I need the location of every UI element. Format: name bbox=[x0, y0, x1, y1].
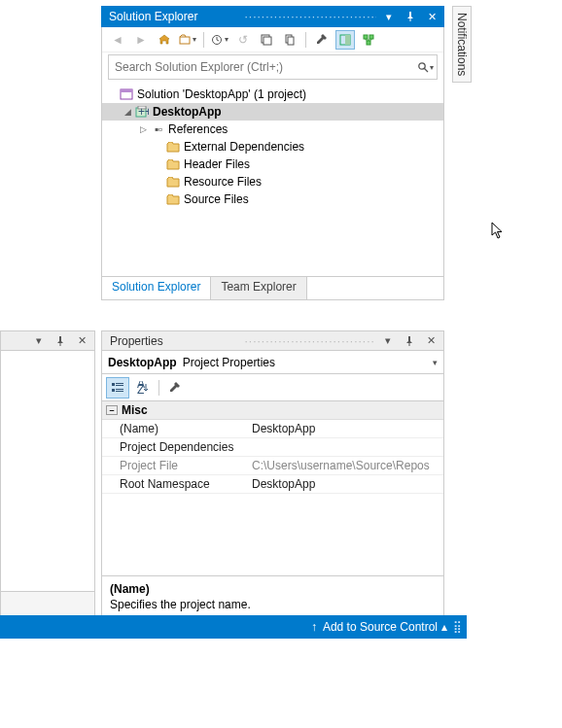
references-label: References bbox=[168, 122, 228, 136]
property-description-name: (Name) bbox=[110, 582, 436, 596]
ext-deps-label: External Dependencies bbox=[184, 140, 304, 154]
prop-file-label: Project File bbox=[102, 459, 248, 472]
window-position-icon[interactable]: ▾ bbox=[380, 8, 398, 25]
solution-explorer-title: Solution Explorer bbox=[109, 10, 241, 23]
folder-icon bbox=[166, 194, 182, 205]
separator bbox=[203, 32, 204, 48]
references-icon: ▪▫ bbox=[151, 122, 166, 136]
sync-icon: ↺ bbox=[233, 30, 253, 50]
home-icon[interactable] bbox=[155, 30, 174, 50]
property-description-text: Specifies the project name. bbox=[110, 598, 436, 611]
resize-grip-icon[interactable]: ⣿ bbox=[453, 620, 461, 634]
solution-explorer-panel: ◄ ► ↺ ▾ Solution 'DesktopApp' (1 project… bbox=[101, 27, 444, 300]
close-icon[interactable]: ✕ bbox=[422, 332, 439, 350]
prop-name-label: (Name) bbox=[102, 422, 248, 435]
search-icon[interactable]: ▾ bbox=[413, 61, 437, 73]
svg-rect-23 bbox=[116, 391, 123, 392]
pin-icon[interactable] bbox=[52, 332, 69, 350]
close-icon[interactable]: ✕ bbox=[423, 8, 440, 25]
svg-point-11 bbox=[418, 63, 424, 69]
properties-toolbar: AZ bbox=[102, 374, 443, 401]
properties-titlebar[interactable]: Properties ·····························… bbox=[101, 330, 444, 351]
collapse-icon[interactable]: – bbox=[106, 405, 118, 415]
svg-rect-9 bbox=[369, 35, 373, 39]
forward-icon: ► bbox=[131, 30, 151, 50]
separator bbox=[305, 32, 306, 48]
titlebar-grip: ········································… bbox=[245, 10, 377, 23]
property-pages-icon[interactable] bbox=[163, 377, 187, 399]
svg-rect-5 bbox=[288, 37, 294, 45]
svg-rect-7 bbox=[345, 35, 350, 45]
notifications-tab[interactable]: Notifications bbox=[452, 6, 472, 83]
prop-file-value: C:\Users\username\Source\Repos bbox=[248, 459, 443, 472]
status-bar: ↑ Add to Source Control ▴ ⣿ bbox=[0, 615, 467, 639]
window-position-icon[interactable]: ▾ bbox=[30, 332, 48, 350]
search-input[interactable] bbox=[109, 56, 413, 78]
preview-selected-icon[interactable] bbox=[335, 30, 355, 50]
view-class-diagram-icon[interactable] bbox=[359, 30, 378, 50]
stub-body bbox=[0, 351, 95, 592]
source-files-label: Source Files bbox=[184, 192, 249, 206]
folder-icon bbox=[166, 159, 182, 170]
expand-arrow-icon[interactable]: ◢ bbox=[122, 107, 133, 117]
references-node[interactable]: ▷ ▪▫ References bbox=[102, 121, 443, 138]
window-position-icon[interactable]: ▾ bbox=[379, 332, 397, 350]
add-to-source-control-button[interactable]: Add to Source Control ▴ bbox=[323, 620, 447, 634]
svg-text:++: ++ bbox=[138, 106, 149, 118]
left-docked-stub: ▾ ✕ bbox=[0, 330, 95, 619]
resource-files-label: Resource Files bbox=[184, 175, 262, 189]
property-row-namespace[interactable]: Root Namespace DesktopApp bbox=[102, 475, 443, 494]
project-icon: ++ bbox=[135, 106, 151, 118]
back-icon: ◄ bbox=[108, 30, 127, 50]
close-icon[interactable]: ✕ bbox=[73, 332, 90, 350]
collapse-all-icon[interactable] bbox=[257, 30, 276, 50]
stub-titlebar[interactable]: ▾ ✕ bbox=[0, 330, 95, 351]
property-row-name[interactable]: (Name) DesktopApp bbox=[102, 420, 443, 438]
svg-rect-0 bbox=[180, 37, 190, 44]
expand-arrow-icon[interactable]: ▷ bbox=[137, 124, 149, 134]
folder-icon bbox=[166, 177, 182, 188]
svg-rect-3 bbox=[263, 37, 271, 45]
resource-files-node[interactable]: Resource Files bbox=[102, 173, 443, 191]
category-label: Misc bbox=[122, 403, 148, 417]
external-deps-node[interactable]: External Dependencies bbox=[102, 138, 443, 156]
properties-title: Properties bbox=[110, 334, 241, 348]
solution-icon bbox=[120, 88, 135, 100]
properties-panel: DesktopApp Project Properties ▾ AZ – Mis… bbox=[101, 351, 444, 623]
categorized-icon[interactable] bbox=[106, 377, 129, 399]
show-all-files-icon[interactable] bbox=[280, 30, 299, 50]
properties-icon[interactable] bbox=[312, 30, 332, 50]
pending-changes-icon[interactable] bbox=[210, 30, 229, 50]
alphabetical-icon[interactable]: AZ bbox=[131, 377, 155, 399]
properties-object-name: DesktopApp bbox=[108, 356, 177, 369]
solution-filter-icon[interactable] bbox=[178, 30, 197, 50]
prop-name-value[interactable]: DesktopApp bbox=[248, 422, 443, 435]
property-category-misc[interactable]: – Misc bbox=[102, 401, 443, 420]
solution-node[interactable]: Solution 'DesktopApp' (1 project) bbox=[102, 86, 443, 103]
solution-label: Solution 'DesktopApp' (1 project) bbox=[137, 87, 306, 101]
project-node[interactable]: ◢ ++ DesktopApp bbox=[102, 103, 443, 121]
tab-solution-explorer[interactable]: Solution Explorer bbox=[102, 277, 211, 299]
svg-rect-21 bbox=[112, 389, 115, 392]
svg-text:Z: Z bbox=[137, 383, 144, 395]
prop-deps-label: Project Dependencies bbox=[102, 440, 248, 454]
publish-icon[interactable]: ↑ bbox=[311, 620, 317, 634]
chevron-up-icon: ▴ bbox=[441, 620, 447, 634]
pin-icon[interactable] bbox=[402, 8, 419, 25]
prop-ns-label: Root Namespace bbox=[102, 477, 248, 491]
prop-ns-value[interactable]: DesktopApp bbox=[248, 477, 443, 491]
solution-explorer-titlebar[interactable]: Solution Explorer ······················… bbox=[101, 6, 444, 27]
solution-search[interactable]: ▾ bbox=[108, 54, 438, 80]
mouse-cursor bbox=[491, 222, 505, 239]
titlebar-grip: ········································… bbox=[245, 334, 376, 348]
property-grid[interactable]: – Misc (Name) DesktopApp Project Depende… bbox=[102, 401, 443, 575]
source-files-node[interactable]: Source Files bbox=[102, 191, 443, 208]
property-row-file[interactable]: Project File C:\Users\username\Source\Re… bbox=[102, 457, 443, 475]
pin-icon[interactable] bbox=[401, 332, 418, 350]
properties-object-selector[interactable]: DesktopApp Project Properties ▾ bbox=[102, 351, 443, 374]
solution-tree[interactable]: Solution 'DesktopApp' (1 project) ◢ ++ D… bbox=[102, 84, 443, 276]
chevron-down-icon[interactable]: ▾ bbox=[433, 358, 438, 367]
property-row-dependencies[interactable]: Project Dependencies bbox=[102, 438, 443, 457]
tab-team-explorer[interactable]: Team Explorer bbox=[211, 277, 306, 299]
header-files-node[interactable]: Header Files bbox=[102, 156, 443, 173]
